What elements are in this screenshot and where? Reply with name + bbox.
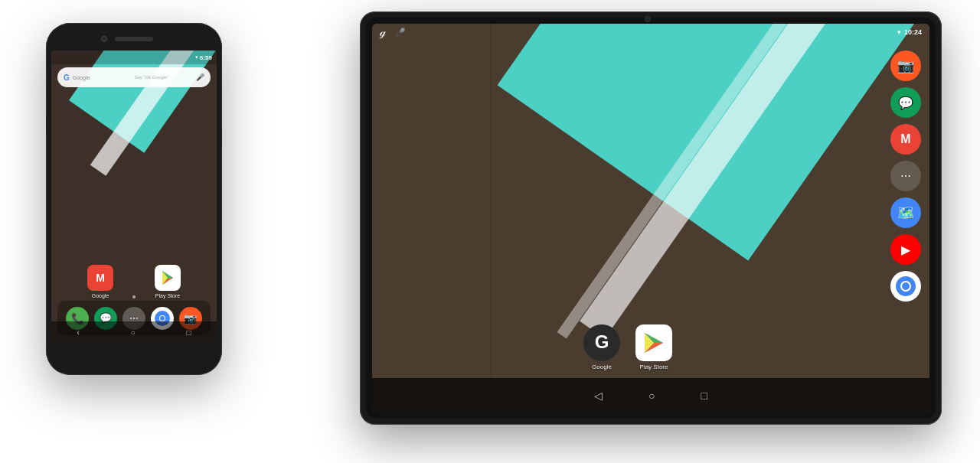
google-app-label: Google [92,293,109,298]
tablet-gmail-icon[interactable]: M [890,124,921,155]
tablet-app-playstore[interactable]: Play Store [635,324,672,370]
google-icon: M [87,265,113,291]
phone: ▾ 6:59 G Google Say "Ok Google" 🎤 M Goog… [46,23,222,375]
phone-speaker [115,37,153,41]
tablet-hangouts-icon[interactable]: 💬 [890,87,921,118]
tablet-nav-bar: ◁ ○ □ [372,378,929,412]
phone-screen: ▾ 6:59 G Google Say "Ok Google" 🎤 M Goog… [51,51,217,343]
phone-camera [101,36,107,42]
phone-search-hint: Say "Ok Google" [134,75,196,80]
tablet-status-left: ℊ 🎤 [380,25,406,39]
phone-app-google[interactable]: M Google [87,265,113,298]
phone-search-label: Google [73,75,135,80]
tablet-play-store-icon [635,324,672,361]
tablet-launcher-icon[interactable]: ⋯ [890,161,921,191]
tablet-camera [645,16,651,22]
tablet-back-button[interactable]: ◁ [594,390,603,402]
svg-text:G: G [595,331,609,352]
tablet-google-g: ℊ [380,25,386,39]
tablet-play-store-label: Play Store [640,364,668,370]
tablet-photos-icon[interactable]: 📷 [890,51,921,81]
tablet-chrome-svg [896,276,916,296]
volume-button[interactable] [46,115,47,134]
tablet-bottom-apps: G Google [372,324,884,370]
svg-point-2 [160,316,165,321]
tablet-maps-icon[interactable]: 🗺️ [890,197,921,228]
tablet-google-icon: G [583,324,620,361]
scene: ▾ 6:59 G Google Say "Ok Google" 🎤 M Goog… [0,0,980,463]
tablet-wifi-icon: ▾ [897,28,901,36]
google-g-logo: G [64,73,70,82]
phone-back-button[interactable]: ‹ [77,328,79,337]
tablet-app-google[interactable]: G Google [583,324,620,370]
phone-status-icons: ▾ [195,54,198,60]
tablet-status-bar: ℊ 🎤 ▾ 10:24 [372,24,929,41]
tablet-play-store-svg [642,331,666,355]
tablet-sidebar: 📷 💬 M ⋯ 🗺️ [887,47,925,370]
phone-recent-button[interactable]: □ [187,328,191,337]
tablet-home-button[interactable]: ○ [648,390,655,402]
power-button[interactable] [221,130,222,145]
phone-wallpaper [51,51,217,343]
phone-app-playstore[interactable]: Play Store [155,265,181,298]
tablet-youtube-icon[interactable]: ▶ [890,234,921,265]
tablet-time: 10:24 [904,28,922,36]
tablet-mic-icon: 🎤 [395,28,406,37]
wifi-icon: ▾ [195,54,198,60]
phone-mic-icon[interactable]: 🎤 [196,73,204,81]
phone-time: 6:59 [200,54,212,61]
tablet-inner: ℊ 🎤 ▾ 10:24 📷 💬 [366,18,936,419]
play-store-svg [159,269,176,286]
tablet-screen: ℊ 🎤 ▾ 10:24 📷 💬 [372,24,929,412]
play-store-label: Play Store [155,293,180,298]
phone-app-grid: M Google Play Store [51,265,217,298]
tablet-chrome-icon[interactable] [890,271,921,302]
phone-search-bar[interactable]: G Google Say "Ok Google" 🎤 [57,67,211,87]
phone-nav-bar: ‹ ○ □ [51,321,217,343]
play-store-icon [155,265,181,291]
phone-home-indicator [132,295,136,298]
tablet-google-label: Google [592,364,612,370]
tablet-recent-button[interactable]: □ [701,390,707,402]
phone-home-button[interactable]: ○ [131,328,136,337]
tablet: ℊ 🎤 ▾ 10:24 📷 💬 [360,11,942,425]
tablet-status-right: ▾ 10:24 [897,28,922,36]
phone-status-bar: ▾ 6:59 [51,51,217,64]
